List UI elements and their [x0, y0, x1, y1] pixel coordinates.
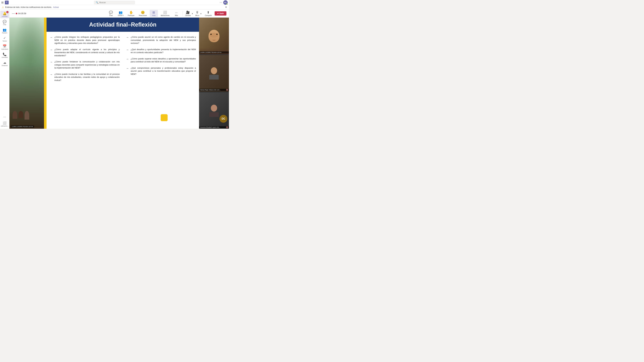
bullet-arrow: →: [50, 36, 52, 39]
chat-icon: 💬: [3, 20, 6, 23]
slide-main: Actividad final–Reflexión → ¿Cómo puedo …: [46, 17, 199, 129]
slide-body: → ¿Cómo puedo integrar los enfoques peda…: [46, 32, 199, 129]
sidebar-item-calendar[interactable]: 📅 Calendario: [0, 43, 9, 51]
camera-caret[interactable]: ▲: [191, 12, 194, 15]
video-tile-2: Clarisa Rojas Velasco (No com... 🔇: [199, 55, 229, 92]
toolbar-people-button[interactable]: 👥 Gente 4: [116, 10, 125, 17]
top-bar-right: ··· DC: [220, 0, 228, 5]
camera-label: Cámara: [185, 14, 191, 16]
meeting-timer: 04:35:59: [18, 12, 26, 14]
user-avatar[interactable]: DC: [223, 0, 228, 5]
toolbar-participate-icon: ✋: [129, 10, 133, 14]
bullet-arrow: →: [50, 48, 52, 51]
slide-left-column: → ¿Cómo puedo integrar los enfoques peda…: [50, 35, 120, 125]
presenter-face: [208, 30, 220, 42]
body-shape-2: [209, 75, 219, 79]
apps-icon: ⬜: [3, 121, 6, 125]
slide-photo: LAURA LUCERO TEJADA LEYVA: [10, 17, 44, 129]
sidebar-item-tasks[interactable]: ✓ Tareas: [0, 35, 9, 43]
recording-indicator: — 04:35:59: [12, 12, 26, 15]
micro-button[interactable]: 🎙 Micro: [195, 10, 200, 17]
notif-close-button[interactable]: ✕: [225, 6, 227, 9]
search-icon: 🔍: [96, 1, 98, 4]
sidebar-label-calls: Llamadas: [2, 56, 8, 58]
notif-activate-link[interactable]: Activar: [53, 6, 59, 8]
leave-label: Salir: [220, 12, 224, 14]
bullet-text-8: ¿Qué compromisos personales y profesiona…: [131, 66, 196, 76]
activity-badge: 1: [6, 11, 8, 13]
toolbar-apps-icon: ⬜: [163, 10, 167, 14]
leave-icon: ↩: [217, 12, 219, 14]
notif-text: Entérese de todo. Active las notificacio…: [5, 6, 52, 8]
video-divider: [199, 54, 229, 55]
sidebar-item-onedrive[interactable]: ☁ OneDrive: [0, 60, 9, 67]
toolbar-react-button[interactable]: 😊 Reaccionar: [137, 10, 148, 17]
bullet-arrow: →: [126, 48, 129, 51]
toolbar-participate-button[interactable]: ✋ Participar: [126, 10, 136, 17]
video-tile-3: DC Yessenia Elizabeth Aquino Mo... 🔇: [199, 92, 229, 129]
teams-logo: T: [5, 1, 9, 4]
toolbar-chat-button[interactable]: 💬 Chat: [107, 10, 115, 17]
sidebar-item-teams[interactable]: 👥 Equipos: [0, 27, 9, 34]
notif-icon: ⚠: [2, 6, 4, 8]
micro-caret[interactable]: ▲: [200, 12, 202, 15]
sidebar-label-teams: Equipos: [2, 32, 7, 34]
toolbar-chat-icon: 💬: [109, 10, 113, 14]
toolbar-view-button[interactable]: ⊞ Vista: [150, 10, 158, 17]
notification-bar: ⚠ Entérese de todo. Active las notificac…: [0, 5, 229, 9]
camera-button[interactable]: 🎥 Cámara: [184, 10, 191, 17]
yellow-fab-button[interactable]: [161, 114, 168, 121]
sidebar-label-chat: Chat: [3, 24, 6, 25]
micro-label: Micro: [196, 14, 199, 16]
sidebar-item-activity[interactable]: 🔔 1 Actividad: [0, 11, 9, 18]
bullet-arrow: →: [50, 60, 52, 64]
mic-off-icon: —: [12, 12, 15, 15]
tasks-icon: ✓: [3, 36, 6, 40]
waffle-icon[interactable]: ⊞: [1, 1, 4, 4]
sidebar-item-chat[interactable]: 💬 Chat: [0, 19, 9, 26]
bullet-item: → ¿Cómo puedo involucrar a las familias …: [50, 73, 120, 82]
slide-title: Actividad final–Reflexión: [89, 21, 156, 28]
sidebar-label-onedrive: OneDrive: [2, 65, 8, 66]
toolbar-apps-button[interactable]: ⬜ Aplicaciones: [159, 10, 171, 17]
recording-dot: [16, 13, 17, 14]
calendar-icon: 📅: [3, 44, 6, 48]
sidebar-item-more[interactable]: ···: [0, 114, 9, 120]
bullet-item: → ¿Qué compromisos personales y profesio…: [126, 66, 196, 76]
toolbar-more-button[interactable]: ··· Más: [172, 10, 180, 17]
meeting-toolbar: — 04:35:59 💬 Chat 👥 Gente 4 ✋ Participar…: [10, 9, 229, 17]
teams-icon: 👥: [3, 28, 6, 32]
bullet-text-6: ¿Qué desafíos y oportunidades presenta l…: [131, 48, 196, 54]
toolbar-participate-label: Participar: [128, 14, 134, 16]
video-divider: [199, 92, 229, 92]
video-tile-1: LAURA LUCERO TEJADA LEYVA: [199, 17, 229, 54]
video-name-3: Yessenia Elizabeth Aquino Mo...: [199, 126, 229, 128]
bullet-text-4: ¿Cómo puedo involucrar a las familias y …: [54, 73, 120, 82]
toolbar-people-label: Gente 4: [118, 14, 124, 16]
search-input[interactable]: [99, 1, 131, 3]
onedrive-icon: ☁: [3, 61, 6, 64]
toolbar-more-icon: ···: [175, 11, 178, 14]
bullet-item: → ¿Cómo puedo superar estos desafíos y a…: [126, 57, 196, 63]
meeting-content: LAURA LUCERO TEJADA LEYVA Actividad fina…: [10, 17, 229, 129]
video-mic-icon-3: 🔇: [226, 126, 228, 128]
online-status-dot: [226, 3, 228, 5]
more-options-icon[interactable]: ···: [220, 1, 222, 4]
share-button[interactable]: ⬆ Compartir: [203, 10, 213, 17]
camera-control: 🎥 Cámara ▲: [184, 10, 194, 17]
slide-container: LAURA LUCERO TEJADA LEYVA Actividad fina…: [10, 17, 199, 129]
leave-button[interactable]: ↩ Salir: [214, 11, 226, 15]
search-bar[interactable]: 🔍: [94, 1, 135, 4]
toolbar-react-icon: 😊: [141, 10, 145, 14]
sidebar: 🔔 1 Actividad 💬 Chat 👥 Equipos ✓ Tareas …: [0, 9, 10, 129]
bullet-text-5: ¿Cómo puedo asumir un rol como agente de…: [131, 35, 196, 45]
sidebar-item-calls[interactable]: 📞 Llamadas: [0, 51, 9, 59]
yellow-bar: [44, 17, 46, 129]
sidebar-item-apps[interactable]: ⬜ Aplicacion...: [0, 120, 9, 128]
calls-icon: 📞: [3, 52, 6, 56]
bullet-text-3: ¿Cómo puedo fortalecer la comunicación y…: [54, 60, 120, 69]
top-bar: ⊞ T 🔍 ··· DC: [0, 0, 229, 5]
toolbar-people-icon: 👥: [119, 10, 123, 14]
sidebar-label-calendar: Calendario: [1, 48, 8, 50]
video-name-1: LAURA LUCERO TEJADA LEYVA: [199, 51, 229, 53]
